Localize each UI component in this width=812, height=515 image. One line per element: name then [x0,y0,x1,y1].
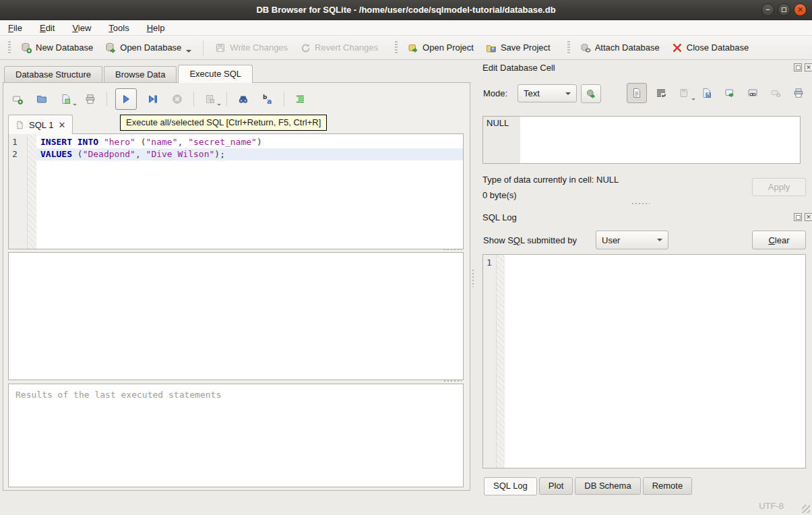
open-database-button[interactable]: Open Database [99,39,197,57]
encoding-indicator: UTF-8 [759,501,784,511]
save-project-button[interactable]: Save Project [480,39,557,57]
save-sql-dropdown-caret[interactable] [73,104,77,106]
write-changes-icon [215,42,226,53]
open-sql-file-button[interactable] [34,91,50,107]
dock-splitter[interactable] [632,203,650,204]
menu-tools[interactable]: Tools [108,23,129,33]
log-fold-margin [497,255,505,468]
tab-execute-sql[interactable]: Execute SQL [178,65,253,83]
close-database-button[interactable]: Close Database [666,39,755,57]
cell-value-editor[interactable]: NULL [482,116,801,164]
new-sql-tab-button[interactable] [9,91,26,107]
code-area[interactable]: INSERT INTO "hero" ("name", "secret_name… [36,134,463,249]
print-cell-icon [793,88,804,98]
cell-text-area[interactable] [520,117,800,163]
clear-log-button[interactable]: Clear [752,231,806,249]
bottom-dock-tab-bar: SQL Log Plot DB Schema Remote [484,477,692,495]
open-database-dropdown-caret[interactable] [186,50,191,53]
edit-cell-dock-buttons: ✕ [794,63,812,71]
float-dock-icon[interactable] [794,63,802,71]
attach-database-icon [580,42,591,53]
minimize-button[interactable]: − [761,3,774,16]
replace-icon: b a [262,94,273,104]
new-database-icon [21,42,32,53]
dock-tab-plot[interactable]: Plot [539,477,573,495]
left-right-splitter[interactable] [472,270,474,287]
results-grid-pane[interactable] [8,252,464,380]
titlebar: DB Browser for SQLite - /home/user/code/… [0,0,812,20]
execute-line-icon [148,94,158,104]
edit-cell-toolbar [627,83,807,103]
menu-edit[interactable]: Edit [40,23,55,33]
execute-line-button[interactable] [145,91,161,107]
close-database-label: Close Database [687,42,749,53]
write-changes-label: Write Changes [230,42,288,53]
close-button[interactable]: ✕ [794,3,807,16]
code-line-2: VALUES ("Deadpond", "Dive Wilson"); [36,148,463,160]
toolbar-separator [203,40,204,55]
fold-margin [28,134,36,249]
sql-log-view[interactable]: 1 [482,254,806,468]
export-cell-data-button[interactable] [698,84,716,102]
replace-button[interactable]: b a [259,91,276,107]
tab-browse-data[interactable]: Browse Data [104,66,177,83]
format-sql-button[interactable] [292,91,309,107]
open-project-button[interactable]: Open Project [402,39,480,57]
print-cell-button[interactable] [790,84,807,102]
open-in-external-button[interactable] [721,84,739,102]
cell-type-info: Type of data currently in cell: NULL [482,175,619,185]
close-sql-tab-button[interactable]: ✕ [58,120,65,130]
apply-button: Apply [752,178,806,196]
sql-code-editor[interactable]: 1 2 INSERT INTO "hero" ("name", "secret_… [8,133,464,249]
mode-combobox[interactable]: Text [518,84,577,102]
save-results-button [202,91,218,107]
save-project-icon [486,42,497,53]
revert-changes-button: Revert Changes [294,39,384,57]
dock-tab-db-schema[interactable]: DB Schema [575,477,640,495]
minimize-icon: − [766,6,770,13]
sql-file-tab[interactable]: SQL 1 ✕ [8,115,73,134]
toolbar-drag-handle[interactable] [395,41,398,55]
resize-grip[interactable] [802,505,810,513]
stop-icon [172,94,183,104]
revert-changes-icon [300,42,311,53]
set-null-icon [770,88,781,98]
sql-file-tab-label: SQL 1 [29,120,53,130]
new-database-button[interactable]: New Database [15,39,99,57]
save-sql-file-icon [61,94,71,104]
dock-tab-remote[interactable]: Remote [643,477,693,495]
close-dock-icon[interactable]: ✕ [805,213,812,221]
find-button[interactable] [235,91,251,107]
maximize-button[interactable] [778,3,790,16]
stop-execution-button [169,91,185,107]
copy-link-button[interactable] [744,84,761,102]
toolbar-drag-handle[interactable] [567,41,570,55]
dock-tab-sql-log[interactable]: SQL Log [484,477,537,495]
tooltip-text: Execute all/selected SQL [Ctrl+Return, F… [126,117,321,127]
sql-toolbar: b a [9,88,309,111]
word-wrap-button[interactable] [652,84,670,102]
execute-all-button[interactable] [115,88,137,110]
auto-switch-mode-button[interactable] [581,84,601,103]
toolbar-drag-handle[interactable] [8,41,11,55]
open-external-icon [724,88,735,98]
menu-view[interactable]: View [72,23,91,33]
float-dock-icon[interactable] [794,213,802,221]
text-mode-button[interactable] [627,83,647,103]
sql-log-filter-combobox[interactable]: User [596,231,668,249]
menu-help[interactable]: Help [147,23,165,33]
close-dock-icon[interactable]: ✕ [805,63,812,71]
results-message-pane[interactable]: Results of the last executed statements [8,384,464,487]
print-sql-button[interactable] [82,91,98,107]
sql-toolbar-separator [226,92,227,107]
menu-file[interactable]: File [8,23,22,33]
attach-database-button[interactable]: Attach Database [574,39,666,57]
main-tab-bar: Database Structure Browse Data Execute S… [4,65,254,83]
combo-caret-icon [657,239,662,241]
tab-database-structure[interactable]: Database Structure [4,66,102,83]
show-sql-filter-label: Show SQL submitted by [483,235,577,245]
save-sql-file-button[interactable] [58,91,74,107]
mode-label: Mode: [483,88,507,98]
log-line-number-gutter: 1 [483,255,497,468]
auto-switch-mode-icon [586,88,596,99]
